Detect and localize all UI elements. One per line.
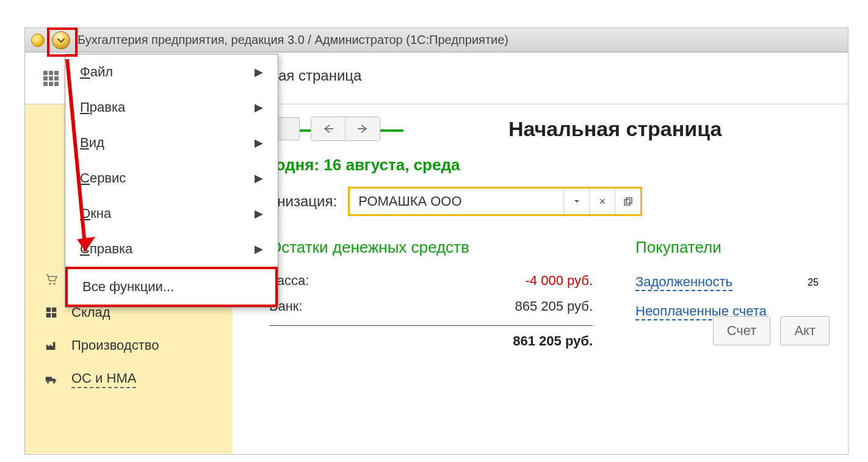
- footer-buttons: Счет Акт: [713, 316, 830, 345]
- balance-total: 861 205 руб.: [269, 325, 593, 349]
- svg-point-7: [53, 381, 56, 383]
- chevron-right-icon: ▶: [255, 171, 263, 185]
- svg-rect-9: [626, 198, 632, 203]
- window-title: Бухгалтерия предприятия, редакция 3.0 / …: [78, 33, 508, 47]
- chevron-right-icon: ▶: [255, 242, 263, 256]
- content-area: Начальная страница годня: 16 августа, ср…: [233, 104, 848, 349]
- organization-clear-button[interactable]: ×: [589, 189, 615, 214]
- buyers-debt-link[interactable]: Задолженность: [635, 274, 732, 291]
- nav-history-buttons: [311, 117, 380, 141]
- organization-open-button[interactable]: [615, 189, 640, 214]
- balance-value: 865 205 руб.: [515, 298, 593, 314]
- apps-grid-icon[interactable]: [43, 71, 59, 86]
- menu-item-label: Все функции...: [82, 279, 174, 295]
- organization-field: ×: [348, 187, 642, 216]
- balance-row-bank: Банк: 865 205 руб.: [269, 294, 593, 319]
- balance-value: -4 000 руб.: [526, 273, 593, 289]
- svg-point-1: [53, 283, 56, 285]
- buyers-row-debt: Задолженность 25: [635, 268, 819, 297]
- main-menu-dropdown: Файл ▶ Правка ▶ Вид ▶ Сервис ▶ Окна ▶ Сп…: [65, 54, 278, 308]
- titlebar: Бухгалтерия предприятия, редакция 3.0 / …: [25, 28, 848, 52]
- svg-rect-3: [52, 308, 56, 312]
- blocks-icon: [43, 305, 59, 320]
- chevron-right-icon: ▶: [255, 65, 263, 79]
- buyers-debt-value: 25: [808, 277, 819, 288]
- nav-forward-button[interactable]: [345, 117, 380, 140]
- buyers-title: Покупатели: [635, 238, 819, 257]
- svg-rect-4: [46, 313, 51, 317]
- menu-item-edit[interactable]: Правка ▶: [65, 90, 278, 125]
- menu-item-label: Окна: [80, 206, 111, 222]
- app-logo-icon: [31, 34, 45, 47]
- caret-down-icon: [574, 198, 580, 204]
- sidebar-item-label: Производство: [71, 337, 159, 353]
- menu-item-label: Сервис: [80, 170, 126, 186]
- chevron-right-icon: ▶: [255, 101, 263, 114]
- arrow-left-icon: [322, 124, 335, 134]
- organization-dropdown-button[interactable]: [563, 189, 589, 214]
- balances-title: Остатки денежных средств: [269, 238, 593, 257]
- menu-item-service[interactable]: Сервис ▶: [65, 161, 278, 196]
- footer-button-act[interactable]: Акт: [780, 316, 830, 345]
- sidebar-item-assets[interactable]: ОС и НМА: [25, 362, 233, 397]
- menu-item-all-functions[interactable]: Все функции...: [65, 267, 278, 307]
- menu-item-view[interactable]: Вид ▶: [65, 125, 278, 161]
- organization-row: анизация: ×: [269, 187, 836, 216]
- truck-icon: [43, 372, 59, 388]
- menu-item-label: Правка: [80, 99, 125, 115]
- svg-point-0: [49, 283, 51, 285]
- svg-point-6: [47, 381, 49, 383]
- menu-item-windows[interactable]: Окна ▶: [65, 196, 278, 231]
- menu-item-label: Вид: [80, 135, 104, 151]
- cart-icon: [43, 272, 59, 287]
- organization-label: анизация:: [269, 193, 337, 210]
- page-title: Начальная страница: [508, 117, 722, 141]
- sidebar-item-production[interactable]: Производство: [25, 329, 233, 362]
- active-tab[interactable]: ая страница: [278, 67, 367, 89]
- svg-rect-2: [46, 308, 51, 312]
- balance-row-cash: Касса: -4 000 руб.: [269, 268, 593, 294]
- today-date: годня: 16 августа, среда: [269, 156, 836, 175]
- menu-item-file[interactable]: Файл ▶: [65, 54, 278, 90]
- arrow-right-icon: [356, 124, 369, 134]
- sidebar-item-label: ОС и НМА: [71, 370, 136, 388]
- chevron-right-icon: ▶: [255, 136, 263, 150]
- menu-item-label: Файл: [80, 64, 113, 80]
- annotation-highlight-menu-button: [47, 27, 78, 57]
- footer-button-invoice[interactable]: Счет: [713, 316, 771, 345]
- svg-rect-8: [624, 200, 630, 205]
- menu-item-help[interactable]: Справка ▶: [65, 231, 278, 267]
- menu-item-label: Справка: [80, 241, 132, 257]
- organization-input[interactable]: [350, 193, 563, 209]
- balances-panel: Остатки денежных средств Касса: -4 000 р…: [269, 238, 593, 349]
- popup-icon: [624, 197, 632, 206]
- chevron-right-icon: ▶: [255, 207, 263, 220]
- nav-back-button[interactable]: [311, 117, 345, 140]
- factory-icon: [43, 337, 59, 353]
- svg-rect-5: [52, 313, 56, 317]
